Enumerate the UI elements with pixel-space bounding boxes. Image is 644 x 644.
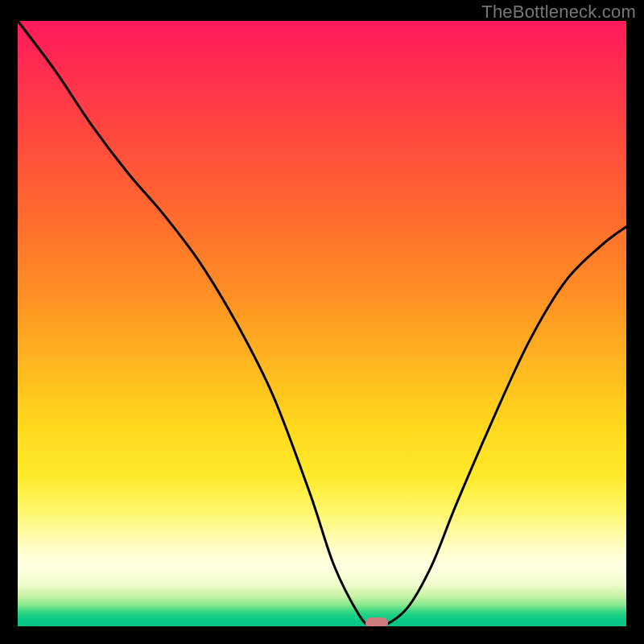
bottleneck-curve	[18, 21, 626, 626]
minimum-marker	[365, 617, 388, 626]
plot-area	[18, 21, 626, 626]
curve-path	[18, 21, 626, 626]
watermark-text: TheBottleneck.com	[481, 2, 636, 23]
chart-frame: TheBottleneck.com	[0, 0, 644, 644]
